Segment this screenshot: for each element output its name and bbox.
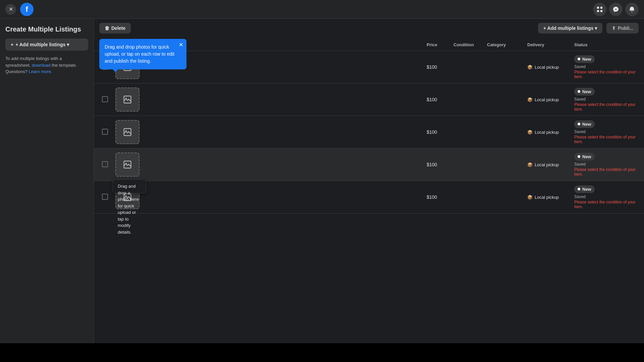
tooltip-blue-text: Drag and drop photos for quick upload, o… [105, 44, 174, 64]
row-price-cell: $100 [424, 129, 451, 135]
status-badge: New [574, 120, 595, 128]
add-multiple-top-label: + Add multiple listings ▾ [543, 25, 597, 31]
saved-text: Saved [574, 97, 636, 102]
row-delivery-cell: 📦 Local pickup [525, 195, 572, 200]
row-checkbox[interactable] [102, 129, 108, 135]
header-delivery: Delivery [525, 42, 572, 47]
bottom-bar [0, 343, 644, 362]
header-price: Price [424, 42, 451, 47]
row-status-cell: New Saved Please select the condition of… [572, 185, 639, 209]
close-button[interactable]: ✕ [5, 4, 16, 15]
facebook-logo: f [20, 3, 34, 16]
error-text: Please select the condition of your item… [574, 135, 636, 144]
row-status-cell: New Saved Please select the condition of… [572, 120, 639, 144]
saved-text: Saved [574, 129, 636, 134]
row-delivery-cell: 📦 Local pickup [525, 130, 572, 135]
tooltip-close-button[interactable]: ✕ [179, 42, 183, 48]
layout: Create Multiple Listings + + Add multipl… [0, 19, 644, 362]
grid-icon [596, 6, 603, 13]
row-checkbox[interactable] [102, 194, 108, 200]
delivery-icon: 📦 [527, 65, 533, 70]
top-right-actions: + Add multiple listings ▾ ⬆ Publi... [538, 23, 639, 34]
status-badge-text: New [582, 57, 591, 62]
row-checkbox-cell [99, 161, 113, 168]
delivery-text: Local pickup [535, 162, 559, 167]
delivery-text: Local pickup [535, 97, 559, 102]
header-category: Category [484, 42, 525, 47]
status-badge: New [574, 55, 595, 63]
header-description: Description [146, 42, 424, 47]
main-content: 🗑 Delete + Add multiple listings ▾ ⬆ Pub… [94, 19, 644, 362]
row-price-cell: $100 [424, 162, 451, 167]
trash-icon: 🗑 [105, 25, 109, 31]
row-delivery-cell: 📦 Local pickup [525, 65, 572, 70]
add-multiple-sidebar-button[interactable]: + + Add multiple listings ▾ [5, 39, 88, 51]
row-price-cell: $100 [424, 97, 451, 102]
table-row[interactable]: $100 📦 Local pickup New Saved Please sel… [94, 83, 644, 116]
status-badge-text: New [582, 154, 591, 159]
row-checkbox-cell [99, 96, 113, 103]
delivery-text: Local pickup [535, 65, 559, 70]
error-text: Please select the condition of your item… [574, 200, 636, 209]
table-row[interactable]: $100 📦 Local pickup New Saved Please sel… [94, 116, 644, 148]
row-checkbox-cell [99, 194, 113, 201]
delete-button[interactable]: 🗑 Delete [99, 23, 131, 34]
row-delivery-cell: 📦 Local pickup [525, 97, 572, 102]
delivery-icon: 📦 [527, 130, 533, 135]
delivery-text: Local pickup [535, 195, 559, 200]
header-condition: Condition [451, 42, 484, 47]
publish-button[interactable]: ⬆ Publi... [606, 23, 639, 34]
tooltip-blue: ✕ Drag and drop photos for quick upload,… [99, 39, 186, 69]
status-dot [578, 188, 580, 190]
sidebar-title: Create Multiple Listings [5, 25, 88, 33]
status-badge-text: New [582, 89, 591, 94]
row-photo-cell [113, 120, 146, 144]
delivery-icon: 📦 [527, 195, 533, 200]
topbar-right [593, 3, 639, 16]
add-multiple-top-button[interactable]: + Add multiple listings ▾ [538, 23, 602, 34]
image-icon [123, 160, 132, 169]
bell-icon-button[interactable] [625, 3, 639, 16]
saved-text: Saved [574, 162, 636, 167]
sidebar-info: To add multiple listings with a spreadsh… [5, 55, 88, 75]
bell-icon [629, 6, 635, 13]
messenger-icon-button[interactable] [609, 3, 623, 16]
status-badge: New [574, 153, 595, 161]
status-badge: New [574, 185, 595, 193]
delivery-text: Local pickup [535, 130, 559, 135]
download-link[interactable]: download [32, 63, 51, 68]
row-checkbox[interactable] [102, 161, 108, 167]
row-checkbox-cell [99, 129, 113, 136]
row-price-cell: $100 [424, 64, 451, 70]
upload-icon: ⬆ [612, 25, 616, 31]
status-badge-text: New [582, 122, 591, 127]
table-row[interactable]: $100 📦 Local pickup New Saved Please sel… [94, 181, 644, 214]
grid-icon-button[interactable] [593, 3, 606, 16]
svg-rect-1 [600, 7, 602, 9]
image-icon [123, 95, 132, 104]
error-text: Please select the condition of your item… [574, 167, 636, 177]
photo-upload-area[interactable] [115, 120, 140, 144]
status-dot [578, 123, 580, 125]
messenger-icon [612, 6, 619, 13]
svg-rect-2 [597, 10, 599, 12]
svg-rect-3 [600, 10, 602, 12]
svg-rect-0 [597, 7, 599, 9]
status-dot [578, 58, 580, 60]
photo-upload-area[interactable] [115, 87, 140, 112]
saved-text: Saved [574, 194, 636, 199]
photo-upload-area[interactable] [115, 153, 140, 177]
image-icon [123, 127, 132, 137]
sidebar: Create Multiple Listings + + Add multipl… [0, 19, 94, 362]
table-row[interactable]: Drag and drop a photo here for quick upl… [94, 148, 644, 181]
add-multiple-sidebar-label: + Add multiple listings ▾ [15, 42, 69, 47]
delivery-icon: 📦 [527, 162, 533, 167]
topbar: ✕ f [0, 0, 644, 19]
status-dot [578, 155, 580, 158]
topbar-left: ✕ f [5, 3, 34, 16]
error-text: Please select the condition of your item… [574, 70, 636, 79]
learn-more-link[interactable]: Learn more. [29, 69, 52, 74]
saved-text: Saved [574, 64, 636, 69]
row-checkbox[interactable] [102, 96, 108, 102]
row-status-cell: New Saved Please select the condition of… [572, 55, 639, 79]
